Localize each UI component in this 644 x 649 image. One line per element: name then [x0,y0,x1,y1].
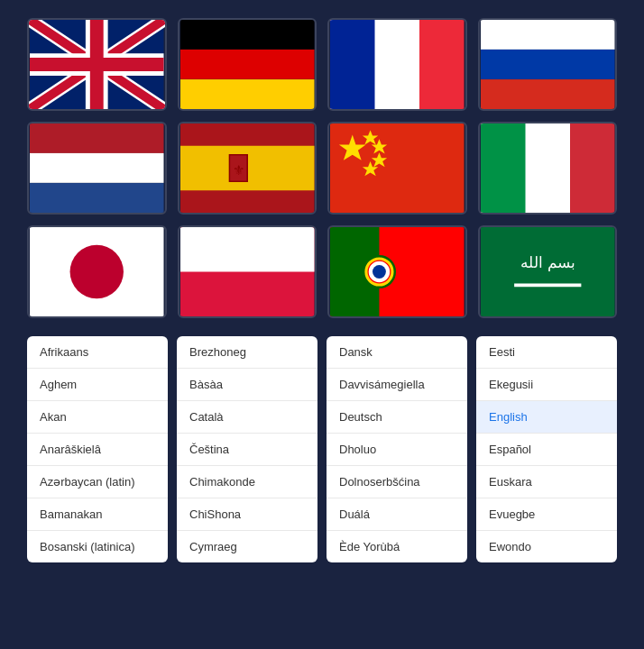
germany-flag[interactable] [178,18,317,111]
poland-flag[interactable] [178,225,317,318]
svg-rect-9 [481,79,615,109]
svg-rect-10 [30,123,164,153]
language-column-3: Dansk Davvisámegiella Deutsch Dholuo Dol… [327,336,467,562]
lang-euskara[interactable]: Euskara [476,466,617,498]
svg-point-28 [70,245,124,298]
lang-duala[interactable]: Duálá [327,498,467,531]
language-column-1: Afrikaans Aghem Akan Anarâškielâ Azərbay… [27,336,168,562]
lang-cestina[interactable]: Čeština [177,434,317,466]
china-flag[interactable] [327,122,467,215]
saudi-flag[interactable]: بسم الله [478,225,618,318]
lang-deutsch[interactable]: Deutsch [327,401,467,434]
language-list-grid: Afrikaans Aghem Akan Anarâškielâ Azərbay… [27,336,617,562]
uk-flag[interactable] [27,18,167,111]
portugal-flag[interactable] [327,225,467,318]
lang-cymraeg[interactable]: Cymraeg [177,531,317,562]
svg-rect-18 [330,123,465,213]
lang-ekegusii[interactable]: Ekegusii [476,369,617,401]
lang-davvisame[interactable]: Davvisámegiella [327,369,467,401]
italy-flag[interactable] [478,122,618,215]
svg-rect-3 [180,79,315,109]
spain-flag[interactable]: ⚜ [178,122,317,215]
lang-eesti[interactable]: Eesti [476,336,617,369]
svg-rect-12 [30,183,164,213]
svg-rect-8 [481,50,615,79]
lang-basaa[interactable]: Bàsàa [177,369,317,401]
svg-rect-6 [330,20,375,109]
lang-akan[interactable]: Akan [27,401,168,434]
lang-ede-yoruba[interactable]: Ède Yorùbá [327,531,467,562]
flags-grid: ⚜ [27,18,617,318]
lang-chishona[interactable]: ChiShona [177,498,317,531]
lang-dholuo[interactable]: Dholuo [327,434,467,466]
lang-anaras[interactable]: Anarâškielâ [27,434,168,466]
lang-dansk[interactable]: Dansk [327,336,467,369]
lang-dolnoserbs[interactable]: Dolnoserbšćina [327,466,467,498]
svg-point-35 [373,265,386,279]
japan-flag[interactable] [27,225,167,318]
svg-rect-1 [180,20,315,50]
svg-rect-30 [180,227,315,272]
svg-rect-36 [481,227,615,316]
svg-rect-11 [30,153,164,183]
france-flag[interactable] [327,18,467,111]
language-column-2: Brezhoneg Bàsàa Català Čeština Chimakond… [177,336,317,562]
svg-text:⚜: ⚜ [232,163,244,178]
svg-rect-26 [481,123,526,213]
language-column-4: Eesti Ekegusii English Español Euskara E… [476,336,617,562]
svg-rect-2 [180,50,315,79]
lang-bamanakan[interactable]: Bamanakan [27,498,168,531]
lang-brezhoneg[interactable]: Brezhoneg [177,336,317,369]
lang-english[interactable]: English [476,401,617,434]
lang-aghem[interactable]: Aghem [27,369,168,401]
svg-text:بسم الله: بسم الله [520,253,575,272]
lang-evuegbe[interactable]: Evuegbe [476,498,617,531]
svg-rect-7 [481,20,615,50]
lang-afrikaans[interactable]: Afrikaans [27,336,168,369]
russia-flag[interactable] [478,18,618,111]
lang-chimakonde[interactable]: Chimakonde [177,466,317,498]
netherlands-flag[interactable] [27,122,167,215]
lang-ewondo[interactable]: Ewondo [476,531,617,562]
lang-azerbaycan[interactable]: Azərbaycan (latin) [27,466,168,498]
lang-espanol[interactable]: Español [476,434,617,466]
lang-bosanski[interactable]: Bosanski (latinica) [27,531,168,562]
lang-catala[interactable]: Català [177,401,317,434]
